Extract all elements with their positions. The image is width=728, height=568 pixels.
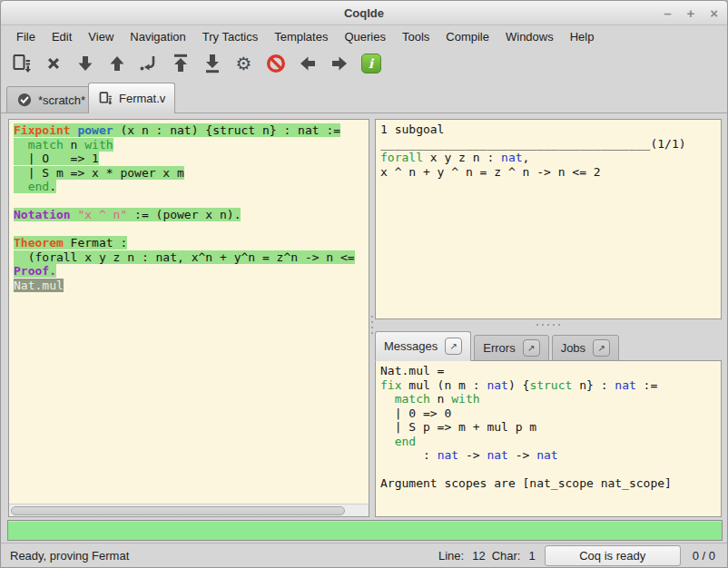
progress-bar — [7, 520, 723, 541]
status-bar: Ready, proving Fermat Line: 12 Char: 1 C… — [1, 543, 727, 567]
tab-fermat[interactable]: Fermat.v — [88, 83, 175, 113]
script-pane: Fixpoint power (x n : nat) {struct n} : … — [8, 119, 369, 517]
code-line: Nat.mul — [14, 279, 368, 293]
interrupt-button[interactable] — [260, 49, 291, 78]
detach-jobs-button[interactable]: ↗ — [593, 339, 610, 357]
go-to-end-button[interactable] — [196, 49, 228, 78]
bottom-arrow-icon — [202, 53, 223, 74]
right-arrow-icon — [329, 53, 350, 74]
close-button[interactable]: × — [710, 6, 718, 20]
detach-errors-button[interactable]: ↗ — [523, 339, 540, 357]
code-line: match n with — [14, 138, 368, 152]
code-line: match n with — [380, 392, 716, 406]
code-line: | S m => x * power x m — [14, 166, 368, 181]
menu-bar: File Edit View Navigation Try Tactics Te… — [1, 26, 727, 46]
coqide-window: CoqIde – + × File Edit View Navigation T… — [0, 0, 728, 568]
char-value: 1 — [528, 549, 535, 563]
step-forward-button[interactable] — [69, 49, 101, 78]
code-line — [380, 463, 716, 477]
menu-navigation[interactable]: Navigation — [122, 28, 193, 45]
save-icon — [98, 91, 113, 106]
save-icon — [11, 53, 33, 74]
tab-label: Errors — [483, 341, 515, 355]
scrollbar-thumb[interactable] — [11, 506, 345, 515]
horizontal-scrollbar[interactable] — [9, 504, 369, 516]
goal-pane: 1 subgoal_______________________________… — [375, 119, 722, 319]
code-line — [14, 194, 368, 209]
about-button[interactable]: i — [355, 49, 387, 78]
code-line — [14, 222, 368, 237]
close-buffer-button[interactable] — [37, 49, 69, 78]
code-line: Fixpoint power (x n : nat) {struct n} : … — [14, 123, 368, 138]
info-icon: i — [361, 54, 381, 73]
go-to-cursor-button[interactable] — [133, 49, 164, 78]
code-line: end. — [14, 180, 368, 194]
code-line: Nat.mul = — [380, 364, 716, 378]
step-backward-button[interactable] — [101, 49, 133, 78]
code-line: : nat -> nat -> nat — [380, 448, 716, 463]
window-title: CoqIde — [1, 1, 727, 25]
code-line: forall x y z n : nat, — [380, 151, 716, 165]
code-line: end — [380, 435, 716, 449]
tab-label: Fermat.v — [119, 92, 165, 105]
code-line: Argument scopes are [nat_scope nat_scope… — [380, 476, 716, 491]
line-value: 12 — [472, 549, 485, 563]
tab-label: *scratch* — [38, 93, 85, 107]
menu-templates[interactable]: Templates — [266, 28, 336, 45]
script-editor[interactable]: Fixpoint power (x n : nat) {struct n} : … — [10, 121, 368, 503]
minimize-button[interactable]: – — [664, 6, 671, 20]
tab-scratch[interactable]: *scratch* — [6, 86, 95, 113]
code-line: (forall x y z n : nat, x^n + y^n = z^n -… — [14, 250, 368, 265]
tab-errors[interactable]: Errors ↗ — [474, 335, 548, 361]
fully-check-button[interactable]: ⚙ — [228, 49, 260, 78]
up-arrow-icon — [106, 53, 128, 74]
left-arrow-icon — [297, 53, 319, 74]
maximize-button[interactable]: + — [686, 6, 694, 20]
menu-help[interactable]: Help — [562, 28, 603, 45]
detach-icon: ↗ — [597, 343, 605, 353]
code-line: | O => 1 — [14, 152, 368, 166]
editor-tab-bar: *scratch* Fermat.v — [1, 81, 727, 113]
code-line: | S p => m + mul p m — [380, 420, 716, 435]
code-line: ______________________________________(1… — [380, 137, 716, 152]
detach-icon: ↗ — [450, 341, 457, 351]
next-button[interactable] — [323, 49, 355, 78]
code-line: x ^ n + y ^ n = z ^ n -> n <= 2 — [380, 165, 716, 180]
restart-button[interactable] — [164, 49, 196, 78]
gear-icon: ⚙ — [236, 54, 252, 73]
goal-counter: 0 / 0 — [693, 549, 715, 563]
menu-try-tactics[interactable]: Try Tactics — [194, 28, 266, 45]
previous-button[interactable] — [291, 49, 323, 78]
check-circle-icon — [16, 92, 33, 108]
tab-messages[interactable]: Messages ↗ — [375, 331, 471, 361]
code-line: Proof. — [14, 264, 368, 279]
save-button[interactable] — [5, 49, 37, 78]
detach-icon: ↗ — [527, 343, 535, 353]
title-bar[interactable]: CoqIde – + × — [1, 1, 727, 25]
status-message: Ready, proving Fermat — [10, 549, 129, 563]
menu-edit[interactable]: Edit — [44, 28, 80, 45]
go-to-cursor-icon — [138, 53, 160, 74]
messages-pane: Nat.mul =fix mul (n m : nat) {struct n} … — [375, 360, 722, 517]
down-arrow-icon — [74, 53, 96, 74]
horizontal-splitter[interactable] — [375, 319, 722, 330]
menu-tools[interactable]: Tools — [394, 28, 438, 45]
menu-view[interactable]: View — [80, 28, 122, 45]
message-tab-bar: Messages ↗ Errors ↗ Jobs ↗ — [375, 330, 619, 361]
interrupt-icon — [265, 53, 287, 74]
top-arrow-icon — [170, 53, 192, 74]
detach-messages-button[interactable]: ↗ — [445, 338, 462, 355]
menu-file[interactable]: File — [8, 28, 44, 45]
close-icon — [43, 53, 64, 74]
tab-jobs[interactable]: Jobs ↗ — [552, 335, 619, 361]
line-label: Line: — [438, 549, 464, 563]
code-line: 1 subgoal — [380, 122, 716, 137]
menu-windows[interactable]: Windows — [497, 28, 562, 45]
tab-label: Messages — [384, 339, 438, 353]
tab-label: Jobs — [561, 341, 585, 355]
code-line: fix mul (n m : nat) {struct n} : nat := — [380, 378, 716, 393]
menu-queries[interactable]: Queries — [336, 28, 394, 45]
menu-compile[interactable]: Compile — [438, 28, 497, 45]
coq-status-button[interactable]: Coq is ready — [545, 545, 681, 566]
toolbar: ⚙ i — [1, 46, 727, 81]
